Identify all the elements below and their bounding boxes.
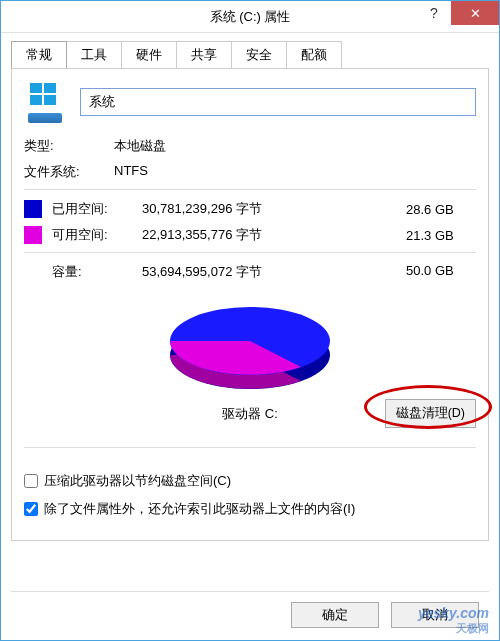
- window-title: 系统 (C:) 属性: [210, 8, 291, 26]
- close-button[interactable]: ✕: [451, 1, 499, 25]
- capacity-label: 容量:: [24, 263, 142, 281]
- index-option[interactable]: 除了文件属性外，还允许索引此驱动器上文件的内容(I): [24, 500, 476, 518]
- tab-hardware[interactable]: 硬件: [121, 41, 177, 68]
- filesystem-label: 文件系统:: [24, 163, 114, 181]
- pie-chart-wrap: [24, 291, 476, 401]
- tab-bar: 常规 工具 硬件 共享 安全 配额: [1, 33, 499, 68]
- tab-quota[interactable]: 配额: [286, 41, 342, 68]
- free-label: 可用空间:: [52, 226, 142, 244]
- free-space-row: 可用空间: 22,913,355,776 字节 21.3 GB: [24, 226, 476, 244]
- titlebar: 系统 (C:) 属性 ? ✕: [1, 1, 499, 33]
- index-label: 除了文件属性外，还允许索引此驱动器上文件的内容(I): [44, 500, 355, 518]
- compress-option[interactable]: 压缩此驱动器以节约磁盘空间(C): [24, 472, 476, 490]
- index-checkbox[interactable]: [24, 502, 38, 516]
- free-bytes: 22,913,355,776 字节: [142, 226, 406, 244]
- type-label: 类型:: [24, 137, 114, 155]
- capacity-row: 容量: 53,694,595,072 字节 50.0 GB: [24, 263, 476, 281]
- disk-cleanup-button[interactable]: 磁盘清理(D): [385, 399, 476, 428]
- drive-caption-row: 驱动器 C: 磁盘清理(D): [24, 405, 476, 423]
- options-group: 压缩此驱动器以节约磁盘空间(C) 除了文件属性外，还允许索引此驱动器上文件的内容…: [24, 472, 476, 518]
- drive-name-input[interactable]: [80, 88, 476, 116]
- tab-general[interactable]: 常规: [11, 41, 67, 68]
- separator: [24, 447, 476, 448]
- used-bytes: 30,781,239,296 字节: [142, 200, 406, 218]
- free-gb: 21.3 GB: [406, 228, 476, 243]
- capacity-gb: 50.0 GB: [406, 263, 476, 281]
- header-row: [24, 81, 476, 123]
- general-panel: 类型: 本地磁盘 文件系统: NTFS 已用空间: 30,781,239,296…: [11, 68, 489, 541]
- compress-label: 压缩此驱动器以节约磁盘空间(C): [44, 472, 231, 490]
- type-value: 本地磁盘: [114, 137, 476, 155]
- type-row: 类型: 本地磁盘: [24, 137, 476, 155]
- help-button[interactable]: ?: [419, 1, 449, 25]
- tab-tools[interactable]: 工具: [66, 41, 122, 68]
- capacity-bytes: 53,694,595,072 字节: [142, 263, 406, 281]
- used-swatch: [24, 200, 42, 218]
- separator: [24, 189, 476, 190]
- filesystem-row: 文件系统: NTFS: [24, 163, 476, 181]
- compress-checkbox[interactable]: [24, 474, 38, 488]
- drive-icon: [24, 81, 66, 123]
- filesystem-value: NTFS: [114, 163, 476, 181]
- properties-window: 系统 (C:) 属性 ? ✕ 常规 工具 硬件 共享 安全 配额 类型: 本地磁…: [0, 0, 500, 641]
- tab-security[interactable]: 安全: [231, 41, 287, 68]
- used-space-row: 已用空间: 30,781,239,296 字节 28.6 GB: [24, 200, 476, 218]
- ok-button[interactable]: 确定: [291, 602, 379, 628]
- dialog-buttons: 确定 取消: [291, 602, 479, 628]
- bottom-separator: [11, 591, 489, 592]
- used-gb: 28.6 GB: [406, 202, 476, 217]
- free-swatch: [24, 226, 42, 244]
- used-label: 已用空间:: [52, 200, 142, 218]
- separator: [24, 252, 476, 253]
- cancel-button[interactable]: 取消: [391, 602, 479, 628]
- tab-sharing[interactable]: 共享: [176, 41, 232, 68]
- usage-pie-chart: [150, 291, 350, 401]
